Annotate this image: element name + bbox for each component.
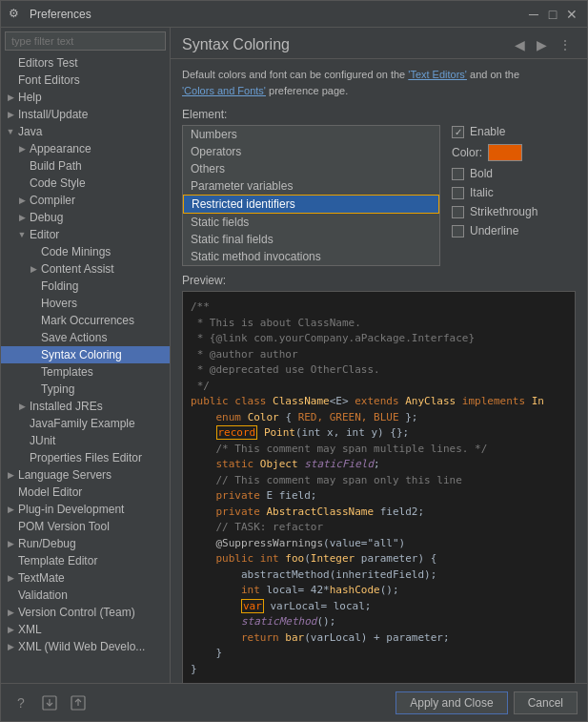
spacer-icon — [5, 486, 16, 498]
sidebar-item-appearance[interactable]: ▶ Appearance — [1, 140, 170, 157]
sidebar-item-label: Properties Files Editor — [30, 451, 142, 464]
description-text3: preference page. — [269, 85, 348, 96]
sidebar-item-label: Folding — [41, 279, 78, 293]
import-button[interactable] — [39, 692, 60, 713]
sidebar-item-xml-wild[interactable]: ▶ XML (Wild Web Develo... — [1, 638, 170, 655]
preview-area: /** * This is about ClassName. * {@link … — [182, 291, 576, 683]
sidebar-item-label: Mark Occurrences — [41, 314, 134, 327]
spacer-icon — [16, 177, 28, 189]
sidebar-item-compiler[interactable]: ▶ Compiler — [1, 192, 170, 209]
sidebar-item-label: Appearance — [30, 142, 91, 155]
list-item[interactable]: Numbers — [183, 126, 439, 143]
more-button[interactable]: ⋮ — [555, 35, 576, 54]
underline-checkbox[interactable] — [452, 225, 464, 237]
sidebar-item-plugin-development[interactable]: ▶ Plug-in Development — [1, 501, 170, 518]
color-swatch[interactable] — [488, 144, 522, 161]
strikethrough-checkbox[interactable] — [452, 206, 464, 218]
italic-checkbox[interactable] — [452, 187, 464, 199]
sidebar-item-label: Typing — [41, 382, 74, 396]
sidebar-item-label: Plug-in Development — [18, 503, 124, 516]
list-item-restricted-identifiers[interactable]: Restricted identifiers — [183, 195, 439, 214]
sidebar-item-template-editor[interactable]: Template Editor — [1, 552, 170, 569]
element-list[interactable]: Numbers Operators Others Parameter varia… — [182, 125, 440, 266]
sidebar-item-java[interactable]: ▼ Java — [1, 123, 170, 140]
back-button[interactable]: ◀ — [511, 35, 529, 54]
sidebar-item-build-path[interactable]: Build Path — [1, 157, 170, 175]
close-button[interactable]: ✕ — [564, 7, 579, 22]
sidebar-item-install-update[interactable]: ▶ Install/Update — [1, 106, 170, 123]
footer-right: Apply and Close Cancel — [395, 691, 578, 714]
sidebar-item-font-editors[interactable]: Font Editors — [1, 72, 170, 89]
sidebar-item-code-style[interactable]: Code Style — [1, 175, 170, 192]
maximize-button[interactable]: □ — [545, 7, 560, 22]
sidebar-item-installed-jres[interactable]: ▶ Installed JREs — [1, 398, 170, 415]
export-icon — [70, 694, 87, 712]
sidebar-item-help[interactable]: ▶ Help — [1, 89, 170, 106]
export-button[interactable] — [68, 692, 89, 713]
sidebar-item-content-assist[interactable]: ▶ Content Assist — [1, 260, 170, 278]
list-item[interactable]: Static fields — [183, 214, 439, 231]
expand-icon: ▶ — [16, 212, 28, 223]
sidebar-item-junit[interactable]: JUnit — [1, 432, 170, 449]
list-item[interactable]: Others — [183, 160, 439, 177]
sidebar-item-debug[interactable]: ▶ Debug — [1, 209, 170, 226]
sidebar-item-code-minings[interactable]: Code Minings — [1, 243, 170, 260]
list-item[interactable]: Operators — [183, 143, 439, 160]
expand-icon: ▶ — [5, 92, 16, 103]
content-header: Syntax Coloring ◀ ▶ ⋮ — [171, 28, 587, 59]
sidebar-item-save-actions[interactable]: Save Actions — [1, 329, 170, 346]
spacer-icon — [5, 555, 16, 567]
sidebar-item-label: Code Minings — [41, 245, 111, 258]
sidebar-item-xml[interactable]: ▶ XML — [1, 621, 170, 638]
help-button[interactable]: ? — [10, 692, 31, 713]
forward-button[interactable]: ▶ — [533, 35, 551, 54]
spacer-icon — [16, 160, 28, 172]
color-row: Color: — [452, 144, 576, 161]
element-panel: Numbers Operators Others Parameter varia… — [182, 125, 576, 266]
bold-label: Bold — [470, 167, 493, 180]
list-item[interactable]: Static final fields — [183, 231, 439, 248]
sidebar-item-templates[interactable]: Templates — [1, 363, 170, 381]
color-label: Color: — [452, 146, 482, 159]
expand-icon: ▶ — [5, 572, 16, 584]
collapse-icon: ▼ — [5, 126, 16, 137]
footer-left: ? — [10, 692, 89, 713]
sidebar-item-version-control[interactable]: ▶ Version Control (Team) — [1, 604, 170, 621]
sidebar-item-label: Version Control (Team) — [18, 606, 135, 619]
sidebar-item-javafamily[interactable]: JavaFamily Example — [1, 415, 170, 432]
list-item[interactable]: Parameter variables — [183, 177, 439, 195]
minimize-button[interactable]: ─ — [526, 7, 541, 22]
spacer-icon — [28, 298, 39, 309]
sidebar-item-model-editor[interactable]: Model Editor — [1, 484, 170, 501]
list-item[interactable]: Static method invocations — [183, 248, 439, 265]
spacer-icon — [5, 74, 16, 86]
enable-checkbox[interactable] — [452, 126, 464, 138]
sidebar-item-editors-test[interactable]: Editors Test — [1, 54, 170, 72]
preferences-window: ⚙ Preferences ─ □ ✕ Editors Test — [0, 0, 588, 722]
sidebar-item-properties-files-editor[interactable]: Properties Files Editor — [1, 449, 170, 466]
colors-fonts-link[interactable]: 'Colors and Fonts' — [182, 85, 266, 96]
sidebar-item-label: JavaFamily Example — [30, 417, 135, 430]
sidebar-item-folding[interactable]: Folding — [1, 278, 170, 295]
sidebar-item-editor[interactable]: ▼ Editor — [1, 226, 170, 243]
sidebar-item-hovers[interactable]: Hovers — [1, 295, 170, 312]
sidebar-item-label: Debug — [30, 211, 63, 224]
cancel-button[interactable]: Cancel — [514, 691, 578, 714]
sidebar-item-run-debug[interactable]: ▶ Run/Debug — [1, 535, 170, 552]
expand-icon: ▶ — [28, 263, 39, 275]
expand-icon: ▶ — [5, 641, 16, 652]
expand-icon: ▶ — [5, 624, 16, 635]
sidebar-item-validation[interactable]: Validation — [1, 587, 170, 604]
search-input[interactable] — [5, 31, 166, 51]
sidebar-item-pom-version-tool[interactable]: POM Version Tool — [1, 518, 170, 535]
sidebar-item-language-servers[interactable]: ▶ Language Servers — [1, 466, 170, 484]
text-editors-link[interactable]: 'Text Editors' — [408, 69, 467, 80]
sidebar-item-label: XML (Wild Web Develo... — [18, 640, 145, 653]
bold-checkbox[interactable] — [452, 168, 464, 180]
expand-icon: ▶ — [5, 469, 16, 481]
sidebar-item-syntax-coloring[interactable]: Syntax Coloring — [1, 346, 170, 363]
apply-close-button[interactable]: Apply and Close — [395, 691, 507, 714]
sidebar-item-mark-occurrences[interactable]: Mark Occurrences — [1, 312, 170, 329]
sidebar-item-textmate[interactable]: ▶ TextMate — [1, 569, 170, 587]
sidebar-item-typing[interactable]: Typing — [1, 381, 170, 398]
